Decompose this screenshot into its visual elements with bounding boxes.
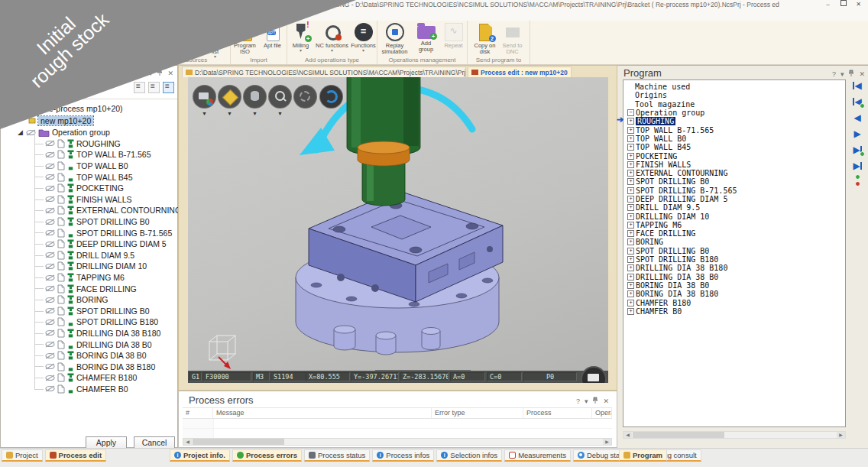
expand-icon[interactable]: + [627,300,634,306]
scrollbar-thumb[interactable] [633,432,724,438]
program-tree-item[interactable]: Machine used [626,83,845,91]
panel-menu-icon[interactable]: ▾ [840,70,844,78]
left-tree-operation[interactable]: DRILL DIAM 9.5 [1,250,177,261]
zoom-button[interactable] [268,85,292,109]
step-forward-operation-icon[interactable]: ▶ [853,145,861,154]
left-tree-operation[interactable]: POCKETING [1,183,177,194]
3d-viewport[interactable]: ▼ ▼ ▼ ▼ Cumulated time 0h 0' 0" G1 F3000… [188,77,608,383]
program-tree-operation[interactable]: +DEEP DRILLING DIAM 5 [626,195,845,203]
rotation-mode-button[interactable] [319,85,343,109]
scroll-right-icon[interactable]: ▶ [837,432,845,438]
render-mode-button[interactable] [193,85,216,109]
minimize-icon[interactable]: – [821,0,834,9]
column-header[interactable]: Operatio [592,408,612,418]
program-tree-operation[interactable]: +DRILLING DIA 38 B0 [626,273,845,281]
expand-icon[interactable]: + [627,127,634,134]
left-tree-operation[interactable]: EXTERNAL CONTOURNING [1,205,177,216]
skip-to-start-icon[interactable]: ◀ [853,81,861,90]
horizontal-scrollbar[interactable]: ◀ ▶ [183,438,612,446]
skip-to-end-icon[interactable]: ▶ [853,161,861,170]
collapse-icon[interactable]: − [627,109,634,116]
left-tree-operation[interactable]: CHAMFER B0 [1,384,177,395]
program-tree-operation[interactable]: +EXTERNAL CONTOURNING [626,169,845,177]
view-orientation-button[interactable] [218,85,241,109]
program-tree-operation[interactable]: +SPOT DRILLING B-71.565 [626,186,845,195]
add-group-button[interactable]: Add group [413,23,439,55]
left-tree-operation[interactable]: DRILLING DIA 38 B180 [1,328,177,339]
expand-icon[interactable]: + [627,161,634,168]
dropdown-caret-icon[interactable]: ▼ [202,111,207,116]
dropdown-caret-icon[interactable]: ▼ [277,111,283,116]
expand-icon[interactable]: + [627,256,634,263]
taskbar-tab-project-info-[interactable]: Project info. [170,449,230,462]
view-mode-detail-icon[interactable] [148,82,160,93]
program-tree-operation[interactable]: +POCKETING [626,151,845,160]
expand-icon[interactable]: + [627,144,634,151]
column-header[interactable]: Process [523,408,592,418]
expand-icon[interactable]: + [627,153,634,160]
taskbar-tab-process-errors[interactable]: Process errors [232,449,302,462]
expand-icon[interactable]: + [627,118,634,125]
panel-pin-icon[interactable] [592,397,598,405]
display-element-button[interactable] [243,85,267,109]
taskbar-tab-measurements[interactable]: Measurements [504,449,571,462]
taskbar-tab-project[interactable]: Project [2,449,43,462]
scroll-left-icon[interactable]: ◀ [623,432,632,438]
expand-icon[interactable]: + [627,213,634,220]
taskbar-tab-process-edit[interactable]: Process edit [45,449,107,462]
expand-icon[interactable]: + [627,178,634,185]
expand-icon[interactable]: + [627,282,634,289]
program-tree-operation[interactable]: +FACE DRILLING [626,229,845,238]
maximize-icon[interactable] [837,0,850,9]
nc-functions-button[interactable]: NC functions ▾ [316,23,349,53]
column-header[interactable]: Error type [432,408,523,418]
program-tree-operation[interactable]: +FINISH WALLS [626,161,845,169]
left-tree-operation[interactable]: SPOT DRILLING B-71.565 [1,227,177,238]
expand-icon[interactable]: + [627,238,634,245]
program-tree-operation[interactable]: +TOP WALL B-71.565 [626,125,845,134]
panel-help-icon[interactable]: ? [576,397,580,405]
left-tree-operation[interactable]: BORING [1,294,177,306]
program-tree-operation[interactable]: +CHAMFER B0 [626,307,845,316]
replay-simulation-button[interactable]: Replay simulation [378,23,412,55]
left-tree-operation[interactable]: TOP WALL B-71.565 [1,149,177,161]
step-back-icon[interactable]: ◀ [853,113,860,122]
program-tree-operation[interactable]: +CHAMFER B180 [626,298,845,306]
program-tree-operation[interactable]: +SPOT DRILLING B180 [626,255,845,264]
expand-icon[interactable]: + [627,308,634,315]
scroll-left-icon[interactable]: ◀ [183,439,192,445]
program-tree-operation[interactable]: +BORING DIA 38 B180 [626,290,845,298]
program-tree-operation[interactable]: +TOP WALL B0 [626,135,845,143]
scrollbar-thumb[interactable] [193,439,284,445]
send-to-dnc-button[interactable]: Send to DNC [500,23,526,55]
expand-icon[interactable]: + [627,230,634,237]
left-tree-operation[interactable]: TOP WALL B0 [1,161,177,172]
program-tree-operation[interactable]: +SPOT DRILLING B0 [626,247,845,255]
left-tree-operation[interactable]: ROUGHING [1,138,177,150]
panel-close-icon[interactable]: ✕ [167,70,173,77]
program-tree-operation[interactable]: +BORING [626,238,845,246]
expand-icon[interactable]: + [627,170,634,177]
expand-icon[interactable]: + [627,290,634,297]
expand-icon[interactable]: + [627,187,634,194]
left-tree-operation[interactable]: SPOT DRILLING B0 [1,216,177,228]
view-mode-list-icon[interactable] [134,82,145,93]
milling-button[interactable]: Milling ▾ [288,23,314,53]
left-tree-operation[interactable]: DRILLING DIA 38 B0 [1,339,177,350]
copy-on-disk-button[interactable]: Copy on disk [472,23,498,55]
left-tree-operation[interactable]: BORING DIA 38 B0 [1,350,177,362]
tab-project-document[interactable]: D:\Data\SPRING TECHNOLOGIES\NCSIMUL SOLU… [182,66,466,77]
expand-icon[interactable]: + [627,204,634,211]
program-tree-operation[interactable]: +TOP WALL B45 [626,143,845,151]
left-tree-operation[interactable]: FINISH WALLS [1,194,177,206]
taskbar-tab-process-status[interactable]: Process status [304,449,370,462]
dropdown-caret-icon[interactable]: ▼ [227,111,232,116]
left-tree-operation[interactable]: SPOT DRILLING B180 [1,316,177,328]
panel-menu-icon[interactable]: ▾ [585,397,588,405]
panel-close-icon[interactable]: ✕ [603,397,609,405]
repeat-button[interactable]: Repeat [441,23,467,55]
panel-close-icon[interactable]: ✕ [859,70,865,78]
program-tree-operation[interactable]: +DRILLING DIA 38 B180 [626,264,845,272]
left-tree-operation[interactable]: TAPPING M6 [1,272,177,284]
panel-help-icon[interactable]: ? [832,70,836,78]
